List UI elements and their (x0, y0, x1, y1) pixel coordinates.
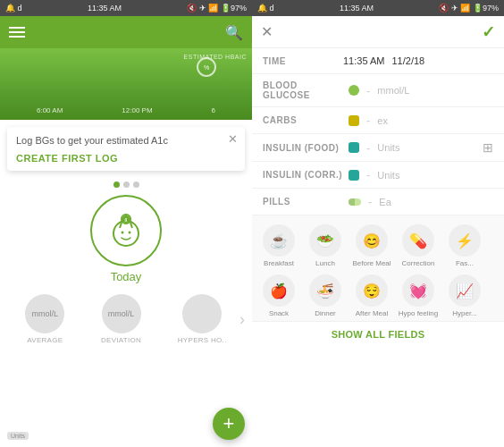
close-button[interactable]: ✕ (261, 23, 273, 40)
left-status-left: 🔔 d (5, 4, 22, 13)
food-icon2-dinner: 🍜 (309, 274, 341, 307)
svg-text:0: 0 (125, 217, 128, 223)
pills-row: PILLS - Ea (252, 189, 504, 215)
food-item-row1-1[interactable]: 🥗Lunch (302, 221, 349, 271)
food-item-row1-4[interactable]: ⚡Fas... (441, 221, 488, 271)
notification-close-icon[interactable]: ✕ (228, 132, 238, 146)
time-field-label: TIME (263, 56, 343, 66)
insulin-corr-unit[interactable]: Units (377, 170, 399, 181)
carbs-label: CARBS (263, 115, 343, 125)
time-label-1: 12:00 PM (122, 106, 152, 114)
search-icon[interactable]: 🔍 (225, 24, 243, 41)
time-row: TIME 11:35 AM 11/2/18 (252, 48, 504, 74)
blood-glucose-dash: - (366, 84, 370, 97)
food-item-row1-3[interactable]: 💊Correction (395, 221, 441, 271)
add-log-button[interactable]: + (213, 408, 245, 440)
graph-time-labels: 6:00 AM 12:00 PM 6 (0, 106, 252, 114)
food-label-1: Lunch (315, 259, 335, 267)
pills-unit[interactable]: Ea (379, 197, 391, 207)
insulin-food-dash: - (366, 141, 370, 155)
food-icon2-hyper...: 📈 (449, 274, 481, 307)
food-icon-correction: 💊 (402, 224, 434, 257)
left-header: 🔍 (0, 16, 252, 48)
left-status-right: 🔇 ✈ 📶 🔋97% (187, 4, 247, 13)
blood-glucose-row: BLOOD GLUCOSE - mmol/L (252, 74, 504, 107)
svg-line-2 (120, 223, 122, 228)
stat-average: mmol/L AVERAGE (25, 294, 64, 344)
badge-icon: % (204, 64, 209, 71)
svg-point-4 (122, 232, 124, 234)
stat-label-average: AVERAGE (27, 336, 63, 344)
right-status-time: 11:35 AM (340, 4, 374, 13)
dot-1 (123, 181, 130, 188)
stat-value-average: mmol/L (32, 309, 59, 319)
food-label-3: Correction (402, 259, 435, 267)
right-header: ✕ ✓ (252, 16, 504, 48)
food-label-4: Fas... (456, 259, 474, 267)
time-label-0: 6:00 AM (37, 106, 63, 114)
stat-label-deviation: DEVIATION (101, 336, 141, 344)
stat-circle-average: mmol/L (25, 294, 64, 333)
carbs-dot (349, 115, 359, 126)
carbs-row: CARBS - ex (252, 107, 504, 134)
left-status-time: 11:35 AM (88, 4, 122, 13)
stat-hypers: HYPERS HO.. (178, 294, 227, 344)
food-label2-0: Snack (269, 309, 289, 317)
date-value[interactable]: 11/2/18 (391, 55, 424, 66)
glucose-circle: 0 (90, 195, 162, 266)
stats-row: mmol/L AVERAGE mmol/L DEVIATION HYPERS H… (0, 294, 252, 344)
hamburger-icon[interactable] (9, 24, 25, 40)
food-icon-fas...: ⚡ (449, 224, 481, 257)
notification-card: ✕ Log BGs to get your estimated A1c CREA… (7, 127, 245, 171)
blood-glucose-label: BLOOD GLUCOSE (263, 80, 343, 100)
pill-icon (349, 198, 361, 206)
food-label-0: Breakfast (264, 259, 294, 267)
today-label: Today (111, 270, 142, 283)
svg-line-3 (130, 223, 132, 228)
pills-label: PILLS (263, 197, 343, 207)
blood-glucose-unit[interactable]: mmol/L (377, 85, 409, 96)
create-log-button[interactable]: CREATE FIRST LOG (16, 153, 236, 164)
food-icon2-hypo-feeling: 💓 (402, 274, 434, 307)
smiley-svg: 0 (104, 208, 148, 253)
stat-value-deviation: mmol/L (108, 309, 135, 319)
insulin-food-dot (349, 142, 359, 153)
show-all-fields-button[interactable]: SHOW ALL FIELDS (252, 321, 504, 347)
nav-arrow-right[interactable]: › (239, 310, 245, 329)
food-item-row2-0[interactable]: 🍎Snack (256, 271, 302, 321)
calculator-icon[interactable]: ⊞ (483, 140, 493, 155)
left-status-bar: 🔔 d 11:35 AM 🔇 ✈ 📶 🔋97% (0, 0, 252, 16)
circle-badge: % (197, 57, 216, 77)
food-item-row2-4[interactable]: 📈Hyper... (441, 271, 488, 321)
right-panel: 🔔 d 11:35 AM 🔇 ✈ 📶 🔋97% ✕ ✓ TIME 11:35 A… (252, 0, 504, 447)
food-item-row1-0[interactable]: ☕Breakfast (256, 221, 302, 271)
food-item-row1-2[interactable]: 😊Before Meal (349, 221, 395, 271)
insulin-corr-label: INSULIN (CORR.) (263, 170, 343, 180)
dot-2 (133, 181, 139, 188)
food-icons-row-2: 🍎Snack🍜Dinner😌After Meal💓Hypo feeling📈Hy… (252, 271, 504, 321)
carbs-unit[interactable]: ex (377, 115, 388, 126)
save-button[interactable]: ✓ (482, 22, 495, 42)
food-icon2-after-meal: 😌 (356, 274, 388, 307)
food-item-row2-3[interactable]: 💓Hypo feeling (395, 271, 441, 321)
insulin-food-unit[interactable]: Units (377, 142, 399, 153)
time-value[interactable]: 11:35 AM (343, 55, 384, 66)
dots-indicator (0, 181, 252, 188)
right-status-right: 🔇 ✈ 📶 🔋97% (439, 4, 499, 13)
food-icon-before-meal: 😊 (356, 224, 388, 257)
svg-point-5 (129, 232, 131, 234)
insulin-food-row: INSULIN (FOOD) - Units ⊞ (252, 134, 504, 162)
estimated-label: ESTIMATED HBAIC (184, 54, 247, 60)
left-panel: 🔔 d 11:35 AM 🔇 ✈ 📶 🔋97% 🔍 ESTIMATED HBAI… (0, 0, 252, 447)
food-item-row2-1[interactable]: 🍜Dinner (302, 271, 349, 321)
units-tag: Units (7, 432, 29, 440)
insulin-corr-row: INSULIN (CORR.) - Units (252, 162, 504, 189)
food-label2-3: Hypo feeling (399, 309, 438, 317)
food-label-2: Before Meal (352, 259, 391, 267)
carbs-dash: - (366, 114, 370, 127)
dot-0 (113, 181, 120, 188)
food-item-row2-2[interactable]: 😌After Meal (349, 271, 395, 321)
insulin-food-label: INSULIN (FOOD) (263, 143, 343, 153)
main-display: 0 Today › mmol/L AVERAGE mmol/L DEVIATIO… (0, 191, 252, 447)
right-status-bar: 🔔 d 11:35 AM 🔇 ✈ 📶 🔋97% (252, 0, 504, 16)
